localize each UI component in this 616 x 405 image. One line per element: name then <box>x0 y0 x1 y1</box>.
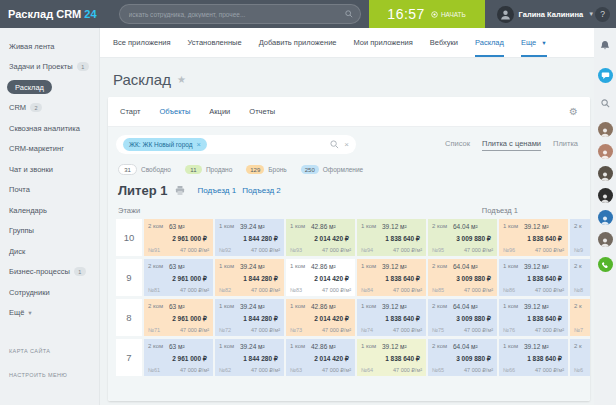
app-tab[interactable]: Расклад <box>475 28 504 57</box>
avatar[interactable] <box>598 232 613 247</box>
apartment-cell[interactable]: 1 ком39.12 м²1 838 640 ₽№9647 000 ₽/м² <box>499 219 568 256</box>
unit-meta-line: №8147 000 ₽/м² <box>148 287 209 293</box>
apartment-cell[interactable]: 1 ком39.12 м²1 838 640 ₽№6447 000 ₽/м² <box>357 339 426 376</box>
sidebar-item[interactable]: Задачи и Проекты1 <box>0 57 99 78</box>
apartment-cell[interactable]: 2 ком64.04 м²3 009 880 ₽№6547 000 ₽/м² <box>428 339 497 376</box>
unit-rooms: 1 ком <box>361 303 382 310</box>
apartment-cell[interactable]: 1 ком39.12 м²1 838 640 ₽№6647 000 ₽/м² <box>499 339 568 376</box>
app-card: СтартОбъектыАкцииОтчеты ⚙ ЖК: ЖК Новый г… <box>108 97 590 401</box>
call-phone-icon[interactable] <box>598 257 613 272</box>
sidebar-item[interactable]: Ещё▼ <box>0 303 99 324</box>
global-search-input[interactable] <box>127 10 345 19</box>
app-tab-label: Вебхуки <box>430 38 458 47</box>
unit-price-per-m2: 47 000 ₽/м² <box>535 327 564 333</box>
unit-number: №65 <box>432 367 444 373</box>
apartment-cell[interactable]: 2 ком64.04 м²3 009 880 ₽№8547 000 ₽/м² <box>428 259 497 296</box>
help-button[interactable]: ? <box>595 7 610 22</box>
unit-rooms: 1 ком <box>361 343 382 350</box>
printer-icon[interactable] <box>175 186 185 195</box>
sidebar-item-label: Ещё <box>9 308 24 317</box>
sidebar-item[interactable]: Живая лента <box>0 36 99 57</box>
apartment-cell[interactable]: 1 ком42.86 м²2 014 420 ₽№9347 000 ₽/м² <box>286 219 355 256</box>
search-icon[interactable] <box>330 140 339 149</box>
global-search[interactable] <box>119 4 361 24</box>
apartment-cell[interactable]: 2 ком64.04 м²3 009 880 ₽№9547 000 ₽/м² <box>428 219 497 256</box>
sidebar-item[interactable]: Почта <box>0 180 99 201</box>
view-option[interactable]: Список <box>445 139 470 151</box>
unit-area: 63 м² <box>169 223 185 230</box>
app-tab[interactable]: Добавить приложение <box>259 28 337 57</box>
app-tab[interactable]: Установленные <box>188 28 242 57</box>
app-tab[interactable]: Все приложения <box>113 28 171 57</box>
sidebar-item[interactable]: Группы <box>0 221 99 242</box>
app-logo[interactable]: Расклад CRM 24 <box>8 8 97 20</box>
clear-filter-icon[interactable]: × <box>344 140 349 149</box>
favorite-star-icon[interactable]: ★ <box>177 74 186 85</box>
card-tab[interactable]: Старт <box>120 107 140 116</box>
apartment-cell[interactable]: 2 ком63 м²2 961 000 ₽№8147 000 ₽/м² <box>144 259 213 296</box>
avatar[interactable] <box>598 188 613 203</box>
avatar[interactable] <box>598 166 613 181</box>
sidebar-item[interactable]: Диск <box>0 241 99 262</box>
apartment-cell[interactable]: 2 к№9 <box>570 219 590 256</box>
apartment-cell[interactable]: 1 ком39.12 м²1 838 640 ₽№8647 000 ₽/м² <box>499 259 568 296</box>
apartment-cell[interactable]: 2 ком64.04 м²3 009 880 ₽№7547 000 ₽/м² <box>428 299 497 336</box>
notifications-bell-icon[interactable] <box>600 37 610 55</box>
user-menu[interactable]: Галина Калинина ▼ <box>497 6 595 23</box>
apartment-cell[interactable]: 2 ком63 м²2 961 000 ₽№9147 000 ₽/м² <box>144 219 213 256</box>
card-tab[interactable]: Объекты <box>159 107 190 116</box>
sidebar-item[interactable]: Сотрудники <box>0 282 99 303</box>
gear-icon[interactable]: ⚙ <box>569 107 578 117</box>
chip-close-icon[interactable]: × <box>197 140 201 149</box>
sidebar-footer-link[interactable]: НАСТРОИТЬ МЕНЮ <box>0 363 99 387</box>
sidebar-item[interactable]: Календарь <box>0 200 99 221</box>
entrance-link[interactable]: Подъезд 1 <box>198 186 237 195</box>
sidebar-item[interactable]: CRM2 <box>0 98 99 119</box>
app-tab[interactable]: Вебхуки <box>430 28 458 57</box>
unit-number: №85 <box>432 287 444 293</box>
card-tab[interactable]: Акции <box>209 107 230 116</box>
apartment-cell[interactable]: 1 ком39.24 м²1 844 280 ₽№8247 000 ₽/м² <box>215 259 284 296</box>
sidebar-item[interactable]: Бизнес-процессы1 <box>0 262 99 283</box>
apartment-cell[interactable]: 1 ком42.86 м²2 014 420 ₽№7347 000 ₽/м² <box>286 299 355 336</box>
apartment-cell[interactable]: 1 ком39.24 м²1 844 280 ₽№9247 000 ₽/м² <box>215 219 284 256</box>
unit-rooms: 2 ком <box>432 223 453 230</box>
sidebar-footer-link[interactable]: КАРТА САЙТА <box>0 339 99 363</box>
unit-meta-line: №6647 000 ₽/м² <box>503 367 564 373</box>
worktime-timer[interactable]: 16:57 НАЧАТЬ <box>369 0 485 28</box>
apartment-cell[interactable]: 1 ком39.12 м²1 838 640 ₽№7647 000 ₽/м² <box>499 299 568 336</box>
filter-chip[interactable]: ЖК: ЖК Новый город × <box>123 138 207 151</box>
apartment-cell[interactable]: 2 ком63 м²2 961 000 ₽№7147 000 ₽/м² <box>144 299 213 336</box>
apartment-cell[interactable]: 1 ком39.12 м²1 838 640 ₽№7447 000 ₽/м² <box>357 299 426 336</box>
sidebar-item[interactable]: Чат и звонки <box>0 159 99 180</box>
view-option[interactable]: Плитка <box>553 139 578 151</box>
sidebar-item[interactable]: Расклад <box>0 77 99 98</box>
sidebar-item[interactable]: Сквозная аналитика <box>0 118 99 139</box>
user-avatar[interactable] <box>497 6 514 23</box>
unit-rooms: 1 ком <box>219 263 240 270</box>
entrance-link[interactable]: Подъезд 2 <box>242 186 281 195</box>
timer-start-button[interactable]: НАЧАТЬ <box>431 11 466 18</box>
apartment-cell[interactable]: 2 к№6 <box>570 339 590 376</box>
avatar[interactable] <box>598 122 613 137</box>
apartment-cell[interactable]: 1 ком39.12 м²1 838 640 ₽№8447 000 ₽/м² <box>357 259 426 296</box>
sidebar-item-label: Расклад <box>7 80 52 94</box>
filter-search-field[interactable]: ЖК: ЖК Новый город × × <box>116 135 356 154</box>
avatar[interactable] <box>598 144 613 159</box>
avatar[interactable] <box>598 210 613 225</box>
apartment-cell[interactable]: 1 ком42.86 м²2 014 420 ₽№8347 000 ₽/м² <box>286 259 355 296</box>
apartment-cell[interactable]: 1 ком39.12 м²1 838 640 ₽№9447 000 ₽/м² <box>357 219 426 256</box>
apartment-cell[interactable]: 1 ком42.86 м²2 014 420 ₽№6347 000 ₽/м² <box>286 339 355 376</box>
app-tab[interactable]: Мои приложения <box>354 28 413 57</box>
card-tab[interactable]: Отчеты <box>249 107 275 116</box>
apartment-cell[interactable]: 1 ком39.24 м²1 844 280 ₽№6247 000 ₽/м² <box>215 339 284 376</box>
apartment-cell[interactable]: 1 ком39.24 м²1 844 280 ₽№7247 000 ₽/м² <box>215 299 284 336</box>
messenger-icon[interactable] <box>598 68 613 83</box>
apartment-cell[interactable]: 2 к№7 <box>570 299 590 336</box>
app-tab[interactable]: Еще▼ <box>521 28 547 57</box>
apartment-cell[interactable]: 2 к№8 <box>570 259 590 296</box>
sidebar-item[interactable]: CRM-маркетинг <box>0 139 99 160</box>
view-option[interactable]: Плитка с ценами <box>482 139 541 151</box>
apartment-cell[interactable]: 2 ком63 м²2 961 000 ₽№6147 000 ₽/м² <box>144 339 213 376</box>
rail-search-icon[interactable] <box>601 94 610 112</box>
